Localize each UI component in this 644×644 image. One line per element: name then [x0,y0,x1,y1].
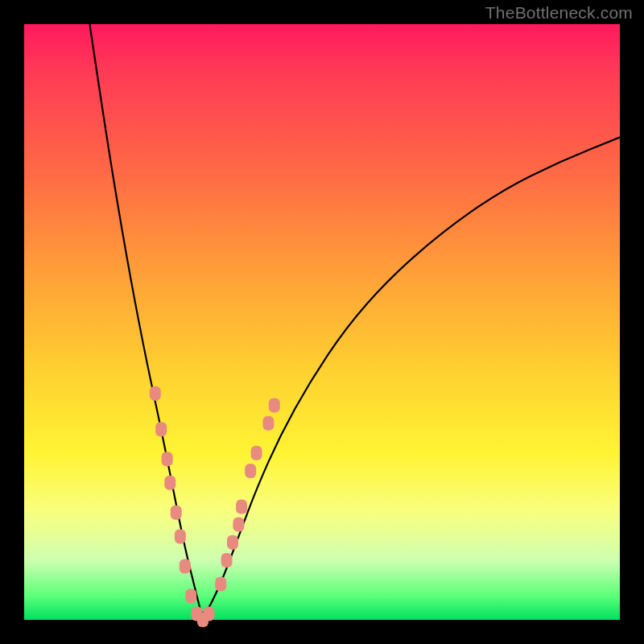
curve-layer [24,24,620,620]
marker-dot [245,464,256,478]
marker-dot [215,577,226,592]
curve-markers [150,386,280,627]
marker-dot [236,499,247,514]
bottleneck-curve [89,24,620,613]
marker-dot [164,476,175,490]
marker-dot [262,416,274,431]
plot-area [24,24,620,620]
marker-dot [233,518,244,532]
marker-dot [150,386,161,401]
marker-dot [171,506,182,520]
watermark-text: TheBottleneck.com [485,3,633,23]
marker-dot [251,446,262,460]
marker-dot [155,422,167,436]
marker-dot [180,559,191,573]
marker-dot [227,535,238,550]
marker-dot [162,452,173,466]
marker-dot [269,398,280,413]
marker-dot [203,607,214,621]
marker-dot [175,529,186,543]
chart-frame: TheBottleneck.com [0,0,644,644]
marker-dot [185,588,196,603]
marker-dot [221,553,233,568]
